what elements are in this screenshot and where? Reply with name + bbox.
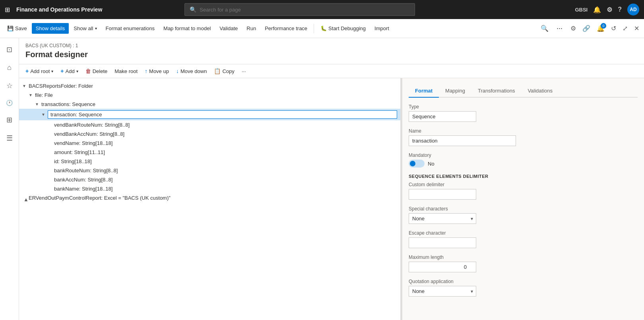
add-root-button[interactable]: + Add root ▾ (22, 66, 56, 76)
import-button[interactable]: Import (370, 23, 393, 34)
customize-icon[interactable]: ⚙ (569, 23, 578, 34)
tab-validations[interactable]: Validations (521, 85, 559, 98)
refresh-icon[interactable]: ↺ (609, 23, 618, 34)
tree-item-bacs[interactable]: ▼ BACSReportsFolder: Folder (19, 81, 400, 91)
save-button[interactable]: 💾 Save (3, 23, 31, 34)
expander-transaction[interactable]: ▼ (41, 112, 48, 117)
expander-file[interactable]: ▼ (29, 93, 35, 97)
quotation-label: Quotation application (409, 279, 638, 284)
toolbar: + Add root ▾ + Add ▾ 🗑 Delete Make root … (19, 64, 644, 78)
workspace-icon[interactable]: ⊞ (2, 112, 16, 128)
quotation-group: Quotation application None Single Double (409, 279, 638, 297)
more-button[interactable]: ··· (239, 66, 249, 76)
more-options-icon[interactable]: ··· (553, 23, 566, 34)
section-title: SEQUENCE ELEMENTS DELIMITER (409, 174, 638, 179)
help-icon[interactable]: ? (618, 6, 622, 13)
properties-panel: Format Mapping Transformations Validatio… (402, 78, 644, 320)
special-chars-group: Special characters None CR LF CR LF Vert… (409, 206, 638, 224)
breadcrumb: BACS (UK CUSTOM) : 1 (25, 43, 638, 48)
notification-badge-icon[interactable]: 🔔 0 (595, 23, 606, 34)
tree-item-bankRouteNum[interactable]: bankRouteNum: String[8..8] (19, 166, 400, 175)
tree-item-bankName[interactable]: bankName: String[18..18] (19, 184, 400, 193)
move-up-icon: ↑ (145, 68, 147, 74)
page-header: BACS (UK CUSTOM) : 1 Format designer (19, 38, 644, 64)
format-enumerations-button[interactable]: Format enumerations (102, 23, 159, 34)
make-root-button[interactable]: Make root (111, 66, 141, 76)
name-group: Name (409, 128, 638, 146)
run-button[interactable]: Run (242, 23, 260, 34)
custom-delimiter-group: Custom delimiter (409, 182, 638, 200)
tree-item-vendBankAccNum[interactable]: vendBankAccNum: String[8..8] (19, 129, 400, 139)
name-label: Name (409, 128, 638, 134)
add-root-caret-icon: ▾ (51, 69, 53, 73)
show-all-caret-icon: ▾ (95, 26, 97, 31)
toggle-knob (410, 161, 415, 166)
special-chars-select[interactable]: None CR LF CR LF Vertical tab (409, 213, 476, 224)
mandatory-toggle[interactable] (409, 160, 425, 168)
move-up-button[interactable]: ↑ Move up (142, 66, 172, 76)
validate-button[interactable]: Validate (215, 23, 242, 34)
expander-ervendout[interactable]: ▶ (23, 195, 28, 201)
grid-icon[interactable]: ⊞ (5, 6, 10, 13)
custom-delimiter-label: Custom delimiter (409, 182, 638, 187)
show-details-button[interactable]: Show details (32, 23, 69, 34)
performance-trace-button[interactable]: Performance trace (261, 23, 311, 34)
tab-format[interactable]: Format (409, 85, 439, 98)
show-all-button[interactable]: Show all ▾ (70, 23, 101, 34)
escape-char-group: Escape character (409, 230, 638, 248)
tree-item-id[interactable]: id: String[18..18] (19, 157, 400, 166)
escape-char-input[interactable] (409, 237, 476, 248)
command-bar: 💾 Save Show details Show all ▾ Format en… (0, 19, 644, 38)
start-debugging-button[interactable]: 🐛 Start Debugging (316, 23, 370, 34)
tree-item-transaction[interactable]: ▼ (19, 109, 400, 120)
tree-item-vendName[interactable]: vendName: String[18..18] (19, 139, 400, 148)
tree-item-ervendout[interactable]: ▶ ERVendOutPaymControlReport: Excel = "B… (19, 193, 400, 202)
cmd-separator (314, 24, 314, 33)
type-label: Type (409, 104, 638, 110)
name-input[interactable] (409, 135, 516, 146)
filter-icon[interactable]: ⊡ (2, 41, 16, 58)
tree-item-file[interactable]: ▼ file: File (19, 91, 400, 100)
mandatory-label: Mandatory (409, 152, 638, 158)
tree-item-vendBankRouteNum[interactable]: vendBankRouteNum: String[8..8] (19, 120, 400, 129)
mandatory-value: No (428, 161, 435, 167)
tab-transformations[interactable]: Transformations (471, 85, 521, 98)
search-input[interactable] (200, 7, 410, 13)
search-bar[interactable]: 🔍 (184, 3, 415, 16)
tree-item-bankAccNum[interactable]: bankAccNum: String[8..8] (19, 175, 400, 184)
expander-transactions[interactable]: ▼ (35, 102, 41, 106)
tree-item-transactions[interactable]: ▼ transactions: Sequence (19, 100, 400, 109)
map-format-to-model-button[interactable]: Map format to model (159, 23, 215, 34)
quotation-select-wrapper: None Single Double (409, 286, 476, 297)
gear-icon[interactable]: ⚙ (607, 6, 612, 13)
debug-icon: 🐛 (320, 25, 327, 31)
app-layout: ⊡ ⌂ ☆ 🕐 ⊞ ☰ BACS (UK CUSTOM) : 1 Format … (0, 38, 644, 320)
tree-item-amount[interactable]: amount: String[11..11] (19, 148, 400, 157)
user-avatar[interactable]: AD (627, 4, 639, 15)
bell-icon[interactable]: 🔔 (593, 6, 601, 13)
favorites-icon[interactable]: ☆ (2, 77, 17, 94)
delete-button[interactable]: 🗑 Delete (82, 66, 111, 76)
max-length-group: Maximum length (409, 254, 638, 272)
max-length-input[interactable] (409, 262, 476, 272)
move-down-button[interactable]: ↓ Move down (173, 66, 210, 76)
extension-icon[interactable]: 🔗 (581, 23, 592, 34)
quotation-select[interactable]: None Single Double (409, 286, 476, 297)
transaction-name-input[interactable] (48, 110, 397, 119)
add-button[interactable]: + Add ▾ (57, 66, 81, 76)
close-icon[interactable]: ✕ (632, 23, 641, 34)
home-icon[interactable]: ⌂ (3, 60, 16, 76)
expander-bacs[interactable]: ▼ (22, 84, 29, 88)
custom-delimiter-input[interactable] (409, 189, 476, 200)
split-view: ▼ BACSReportsFolder: Folder ▼ file: File… (19, 78, 644, 320)
recent-icon[interactable]: 🕐 (2, 96, 17, 110)
open-external-icon[interactable]: ⤢ (621, 23, 629, 34)
tab-mapping[interactable]: Mapping (439, 85, 471, 98)
type-input[interactable] (409, 111, 476, 122)
search-cmd-icon[interactable]: 🔍 (539, 23, 550, 34)
add-icon: + (60, 68, 64, 74)
copy-button[interactable]: 📋 Copy (211, 66, 237, 76)
modules-icon[interactable]: ☰ (2, 130, 17, 147)
max-length-label: Maximum length (409, 254, 638, 260)
save-icon: 💾 (7, 25, 14, 31)
